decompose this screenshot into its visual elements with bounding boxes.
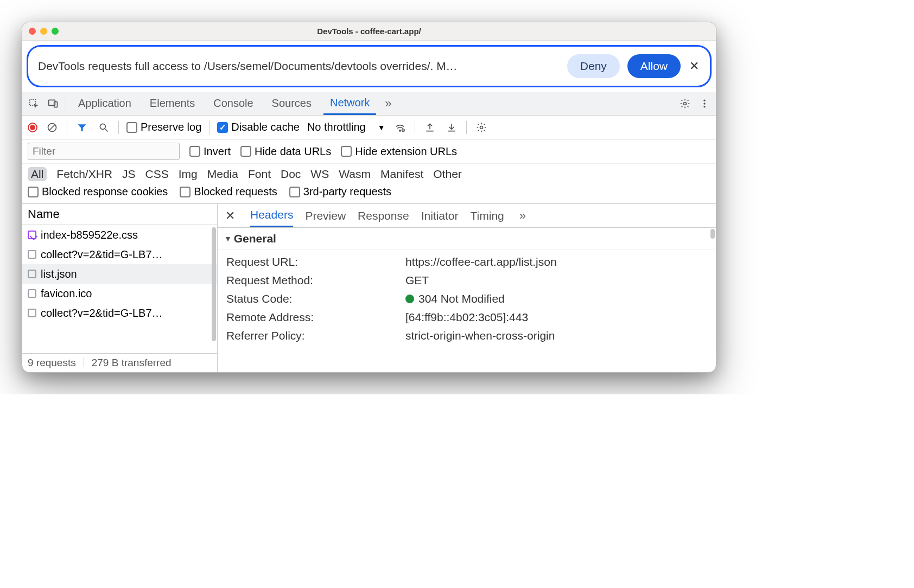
request-detail-pane: ✕ Headers Preview Response Initiator Tim… [218, 204, 716, 372]
tab-application[interactable]: Application [72, 92, 138, 115]
type-wasm[interactable]: Wasm [339, 168, 371, 181]
type-all[interactable]: All [28, 167, 47, 181]
network-settings-icon[interactable] [474, 120, 488, 135]
svg-point-11 [399, 130, 401, 131]
maximize-window-button[interactable] [52, 28, 59, 35]
kebab-menu-icon[interactable] [697, 97, 712, 111]
tab-response[interactable]: Response [358, 204, 409, 227]
type-img[interactable]: Img [179, 168, 198, 181]
tab-network[interactable]: Network [323, 92, 376, 115]
chevron-down-icon: ▼ [378, 123, 385, 132]
request-icon [28, 309, 36, 317]
filter-input[interactable] [28, 143, 180, 160]
type-ws[interactable]: WS [310, 168, 329, 181]
filter-row: Invert Hide data URLs Hide extension URL… [22, 139, 716, 164]
value-request-method: GET [405, 274, 707, 287]
type-manifest[interactable]: Manifest [380, 168, 423, 181]
third-party-checkbox[interactable]: 3rd-party requests [289, 186, 391, 198]
request-row[interactable]: list.json [22, 264, 217, 284]
hide-extension-urls-checkbox[interactable]: Hide extension URLs [341, 145, 457, 158]
split-view: Name index-b859522e.css collect?v=2&tid=… [22, 204, 716, 372]
value-remote-address: [64:ff9b::4b02:3c05]:443 [405, 311, 707, 324]
more-tabs-icon[interactable]: » [382, 97, 395, 111]
permission-banner: DevTools requests full access to /Users/… [27, 45, 712, 87]
minimize-window-button[interactable] [40, 28, 47, 35]
gear-icon[interactable] [678, 97, 692, 111]
type-css[interactable]: CSS [145, 168, 169, 181]
request-list-pane: Name index-b859522e.css collect?v=2&tid=… [22, 204, 218, 372]
request-summary: 9 requests 279 B transferred [22, 353, 217, 372]
svg-point-5 [703, 103, 705, 104]
request-row[interactable]: collect?v=2&tid=G-LB7… [22, 245, 217, 264]
disable-cache-checkbox[interactable]: Disable cache [217, 121, 300, 133]
network-conditions-icon[interactable] [393, 120, 407, 135]
label-request-url: Request URL: [226, 255, 378, 269]
allow-button[interactable]: Allow [627, 54, 681, 78]
preserve-log-checkbox[interactable]: Preserve log [126, 121, 201, 133]
request-row[interactable]: collect?v=2&tid=G-LB7… [22, 303, 217, 323]
requests-count: 9 requests [28, 357, 76, 369]
tab-preview[interactable]: Preview [305, 204, 346, 227]
svg-point-12 [402, 129, 404, 131]
request-row[interactable]: favicon.ico [22, 284, 217, 303]
blocked-cookies-checkbox[interactable]: Blocked response cookies [28, 186, 168, 198]
panel-tabs: Application Elements Console Sources Net… [22, 92, 716, 116]
tab-elements[interactable]: Elements [143, 92, 201, 115]
deny-button[interactable]: Deny [567, 54, 620, 78]
label-request-method: Request Method: [226, 274, 378, 287]
device-toolbar-icon[interactable] [46, 97, 60, 111]
scrollbar[interactable] [710, 229, 715, 239]
type-font[interactable]: Font [248, 168, 271, 181]
name-column-header[interactable]: Name [22, 204, 217, 225]
value-status-code: 304 Not Modified [405, 292, 707, 305]
blocked-filters-row: Blocked response cookies Blocked request… [22, 183, 716, 204]
tab-initiator[interactable]: Initiator [421, 204, 459, 227]
svg-point-3 [684, 102, 687, 105]
tab-console[interactable]: Console [207, 92, 259, 115]
headers-general-table: Request URL: https://coffee-cart.app/lis… [218, 250, 716, 348]
close-window-button[interactable] [29, 28, 36, 35]
close-icon[interactable]: ✕ [688, 60, 700, 72]
titlebar: DevTools - coffee-cart.app/ [22, 22, 716, 41]
resource-type-filter: All Fetch/XHR JS CSS Img Media Font Doc … [22, 164, 716, 183]
permission-message: DevTools requests full access to /Users/… [38, 60, 560, 73]
request-icon [28, 289, 36, 298]
svg-point-13 [480, 126, 483, 129]
more-detail-tabs-icon[interactable]: » [516, 209, 529, 223]
clear-icon[interactable] [45, 120, 59, 135]
traffic-lights [29, 28, 59, 35]
section-general[interactable]: General [218, 228, 716, 250]
throttling-select[interactable]: No throttling ▼ [307, 121, 385, 133]
download-har-icon[interactable] [445, 120, 459, 135]
hide-data-urls-checkbox[interactable]: Hide data URLs [240, 145, 331, 158]
request-row[interactable]: index-b859522e.css [22, 225, 217, 245]
value-request-url: https://coffee-cart.app/list.json [405, 255, 707, 269]
transferred-size: 279 B transferred [92, 357, 172, 369]
blocked-requests-checkbox[interactable]: Blocked requests [180, 186, 277, 198]
type-fetch[interactable]: Fetch/XHR [56, 168, 112, 181]
close-detail-icon[interactable]: ✕ [222, 209, 238, 223]
scrollbar[interactable] [212, 227, 216, 341]
type-other[interactable]: Other [433, 168, 462, 181]
svg-line-8 [49, 125, 55, 130]
tab-sources[interactable]: Sources [265, 92, 318, 115]
value-referrer-policy: strict-origin-when-cross-origin [405, 329, 707, 342]
inspect-icon[interactable] [27, 97, 41, 111]
type-media[interactable]: Media [207, 168, 238, 181]
record-button[interactable] [28, 123, 37, 132]
upload-har-icon[interactable] [423, 120, 437, 135]
filter-icon[interactable] [75, 120, 89, 135]
separator [66, 97, 66, 110]
svg-point-4 [703, 99, 705, 101]
tab-timing[interactable]: Timing [471, 204, 504, 227]
override-icon [28, 231, 36, 239]
type-js[interactable]: JS [122, 168, 136, 181]
window-title: DevTools - coffee-cart.app/ [22, 27, 716, 36]
tab-headers[interactable]: Headers [250, 204, 293, 227]
invert-checkbox[interactable]: Invert [189, 145, 231, 158]
request-icon [28, 250, 36, 259]
request-list: index-b859522e.css collect?v=2&tid=G-LB7… [22, 225, 217, 323]
network-toolbar: Preserve log Disable cache No throttling… [22, 116, 716, 139]
search-icon[interactable] [97, 120, 111, 135]
type-doc[interactable]: Doc [281, 168, 301, 181]
